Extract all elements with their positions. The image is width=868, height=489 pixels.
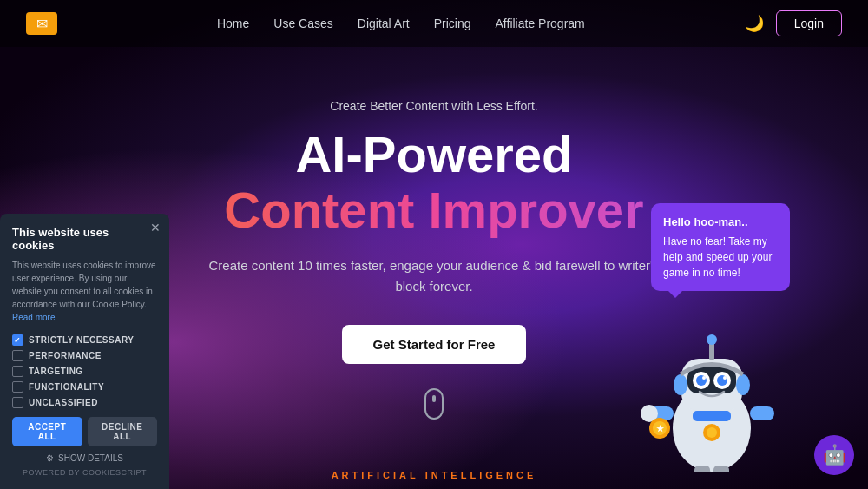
hero-subtitle: Create Better Content with Less Effort. — [0, 99, 868, 113]
hero-description: Create content 10 times faster, engage y… — [200, 255, 668, 297]
bubble-body: Have no fear! Take my help and speed up … — [663, 234, 778, 281]
option-targeting-label: TARGETING — [29, 367, 83, 376]
svg-point-3 — [707, 427, 717, 438]
svg-rect-17 — [750, 406, 774, 420]
svg-rect-19 — [694, 466, 710, 472]
show-details-button[interactable]: ⚙ SHOW DETAILS — [12, 453, 157, 463]
chat-button[interactable]: 🤖 — [814, 435, 854, 475]
cookie-option-functionality: FUNCTIONALITY — [12, 381, 157, 393]
svg-point-11 — [723, 376, 727, 380]
svg-point-14 — [674, 374, 687, 395]
scroll-mouse-icon — [424, 388, 444, 420]
robot-illustration: ★ — [634, 298, 790, 472]
scroll-indicator — [424, 388, 444, 420]
cookie-option-necessary: ✓ STRICTLY NECESSARY — [12, 334, 157, 346]
nav-home[interactable]: Home — [217, 17, 249, 30]
checkbox-targeting[interactable] — [12, 366, 23, 377]
navbar: Home Use Cases Digital Art Pricing Affil… — [0, 0, 868, 47]
nav-links: Home Use Cases Digital Art Pricing Affil… — [217, 17, 585, 30]
bubble-title: Hello hoo-man.. — [663, 214, 778, 231]
svg-point-13 — [707, 334, 717, 345]
nav-affiliate[interactable]: Affiliate Program — [496, 17, 585, 30]
accept-all-button[interactable]: ACCEPT ALL — [12, 417, 82, 446]
get-started-button[interactable]: Get Started for Free — [342, 325, 527, 364]
speech-bubble: Hello hoo-man.. Have no fear! Take my he… — [651, 203, 790, 292]
login-button[interactable]: Login — [776, 10, 842, 36]
cookie-option-performance: PERFORMANCE — [12, 350, 157, 361]
chat-icon: 🤖 — [823, 444, 846, 466]
nav-use-cases[interactable]: Use Cases — [273, 17, 332, 30]
svg-text:★: ★ — [656, 424, 665, 433]
ai-label: ARTIFICIAL INTELLIGENCE — [332, 470, 537, 480]
option-performance-label: PERFORMANCE — [29, 351, 102, 360]
cookie-banner: ✕ This website uses cookies This website… — [0, 214, 169, 489]
nav-pricing[interactable]: Pricing — [434, 17, 471, 30]
robot-section: Hello hoo-man.. Have no fear! Take my he… — [634, 203, 790, 472]
theme-toggle-icon[interactable]: 🌙 — [745, 14, 764, 33]
nav-right: 🌙 Login — [745, 10, 842, 36]
svg-point-15 — [736, 374, 750, 395]
decline-all-button[interactable]: DECLINE ALL — [88, 417, 158, 446]
checkbox-necessary[interactable]: ✓ — [12, 334, 23, 346]
gear-icon: ⚙ — [46, 453, 54, 463]
cookie-buttons: ACCEPT ALL DECLINE ALL — [12, 417, 157, 446]
cookie-option-targeting: TARGETING — [12, 366, 157, 377]
option-necessary-label: STRICTLY NECESSARY — [29, 335, 134, 345]
logo-icon — [26, 12, 57, 35]
svg-point-8 — [702, 376, 706, 380]
cookiescript-attribution: POWERED BY COOKIESCRIPT — [12, 468, 157, 477]
cookie-title: This website uses cookies — [12, 226, 143, 252]
checkbox-functionality[interactable] — [12, 381, 23, 393]
logo[interactable] — [26, 12, 57, 35]
checkbox-unclassified[interactable] — [12, 397, 23, 408]
cookie-description: This website uses cookies to improve use… — [12, 259, 157, 324]
svg-rect-1 — [693, 411, 731, 421]
show-details-label: SHOW DETAILS — [58, 453, 123, 463]
hero-title-white: AI-Powered — [0, 127, 868, 182]
svg-rect-20 — [713, 466, 729, 472]
read-more-link[interactable]: Read more — [12, 313, 55, 322]
checkbox-performance[interactable] — [12, 350, 23, 361]
nav-digital-art[interactable]: Digital Art — [358, 17, 410, 30]
scroll-dot — [432, 395, 436, 402]
option-functionality-label: FUNCTIONALITY — [29, 382, 104, 392]
cookie-close-button[interactable]: ✕ — [150, 221, 161, 235]
cookie-option-unclassified: UNCLASSIFIED — [12, 397, 157, 408]
option-unclassified-label: UNCLASSIFIED — [29, 398, 98, 407]
